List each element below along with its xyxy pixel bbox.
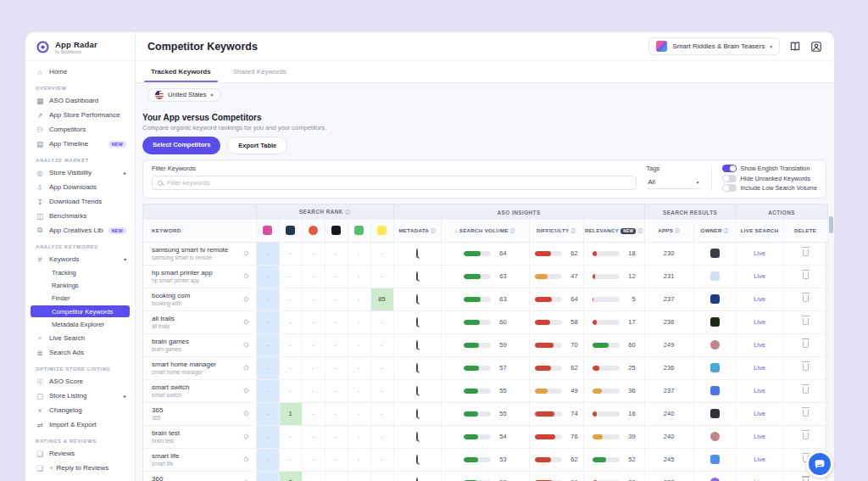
live-search-link[interactable]: Live <box>736 310 783 333</box>
info-icon[interactable]: ⓘ <box>431 228 436 233</box>
sidebar-item-live-search[interactable]: ⌕Live Search <box>25 331 135 345</box>
sidebar-item-home[interactable]: ⌂Home <box>25 64 135 79</box>
live-search-link[interactable]: Live <box>736 242 783 265</box>
live-search-link[interactable]: Live <box>736 471 783 481</box>
metadata-search-icon[interactable] <box>416 363 418 372</box>
sidebar-item-tracking[interactable]: Tracking <box>25 266 135 279</box>
sidebar-item-keywords[interactable]: #Keywords▾ <box>25 252 135 266</box>
toggle-hide-unranked-keywords[interactable]: Hide Unranked Keywords <box>722 175 817 182</box>
sidebar-item-competitor-keywords[interactable]: Competitor Keywords <box>31 305 130 317</box>
live-search-link[interactable]: Live <box>736 425 783 448</box>
sidebar-item-app-downloads[interactable]: ⇩App Downloads <box>25 180 135 194</box>
live-search-link[interactable]: Live <box>736 402 783 425</box>
country-selector[interactable]: United States ▾ <box>147 88 220 102</box>
trash-icon[interactable] <box>803 249 809 256</box>
metadata-search-icon[interactable] <box>416 340 418 350</box>
info-icon[interactable]: ⓘ <box>637 228 643 233</box>
reviews-icon: ❏ <box>36 450 44 458</box>
sidebar-item-rankings[interactable]: Rankings <box>25 279 135 292</box>
select-competitors-button[interactable]: Select Competitors <box>142 137 220 154</box>
sidebar-item-app-timeline[interactable]: ▤App TimelineNEW <box>25 137 135 151</box>
app-selector[interactable]: Smart Riddles & Brain Teasers ▾ <box>648 37 780 55</box>
column-competitor-4[interactable] <box>325 220 348 242</box>
sidebar-item-finder[interactable]: Finder <box>25 292 135 305</box>
app-radar-logo[interactable]: App Radar by SplitMetrics <box>25 32 135 61</box>
live-search-link[interactable]: Live <box>736 288 783 310</box>
tab-shared-keywords[interactable]: Shared Keywords <box>231 68 288 82</box>
sidebar-item-reviews[interactable]: ❏Reviews <box>25 446 135 461</box>
metadata-search-icon[interactable] <box>416 478 418 481</box>
sidebar-item-search-ads[interactable]: ≣Search Ads <box>25 345 135 360</box>
column-own-app[interactable] <box>256 220 279 242</box>
live-search-link[interactable]: Live <box>736 333 783 356</box>
keyword-row: samsung smart tv remotesamsung smart tv … <box>143 242 827 265</box>
tab-tracked-keywords[interactable]: Tracked Keywords <box>149 68 213 82</box>
sidebar-item-benchmarks[interactable]: ◫Benchmarks <box>25 209 135 223</box>
live-search-link[interactable]: Live <box>736 265 783 288</box>
metadata-cell <box>393 379 441 402</box>
metadata-search-icon[interactable] <box>416 455 418 464</box>
trash-icon[interactable] <box>803 364 809 371</box>
column-keyword[interactable]: KEYWORD <box>143 220 256 242</box>
metadata-search-icon[interactable] <box>416 386 418 395</box>
metadata-search-icon[interactable] <box>416 317 418 327</box>
export-table-button[interactable]: Export Table <box>227 137 287 154</box>
toggle-show-english-translation[interactable]: Show English Translation <box>722 165 817 172</box>
chat-widget-button[interactable] <box>806 450 833 478</box>
column-competitor-3[interactable] <box>302 220 325 242</box>
info-icon[interactable]: ⓘ <box>345 210 350 215</box>
docs-button[interactable] <box>788 40 801 53</box>
metadata-search-icon[interactable] <box>416 409 418 418</box>
sidebar-item-app-creatives-library[interactable]: ⧉App Creatives LibraryNEW <box>25 223 135 238</box>
sidebar-item-aso-score[interactable]: ☉ASO Score <box>25 374 135 389</box>
trash-icon[interactable] <box>803 387 809 394</box>
column-competitor-2[interactable] <box>279 220 302 242</box>
info-icon[interactable]: ⓘ <box>570 228 576 233</box>
competitors-icon: ⚇ <box>36 126 44 134</box>
sidebar-item-store-listing[interactable]: ▢Store Listing▸ <box>25 389 135 403</box>
toggle-switch[interactable] <box>722 184 737 192</box>
filter-keywords-input[interactable]: Filter keywords <box>152 176 637 190</box>
scrollbar-thumb[interactable] <box>829 216 833 233</box>
info-icon[interactable]: ⓘ <box>675 228 680 233</box>
metadata-search-icon[interactable] <box>416 249 418 258</box>
toggle-include-low-search-volume[interactable]: Include Low Search Volume <box>722 184 817 192</box>
toggle-switch[interactable] <box>722 175 737 182</box>
trash-icon[interactable] <box>803 433 809 439</box>
live-search-link[interactable]: Live <box>736 379 783 402</box>
trash-icon[interactable] <box>803 318 809 325</box>
column-competitor-6[interactable] <box>370 220 393 242</box>
metadata-search-icon[interactable] <box>416 271 418 281</box>
sidebar-item-store-visibility[interactable]: ◎Store Visibility▸ <box>25 165 135 180</box>
trash-icon[interactable] <box>803 295 809 302</box>
column-apps[interactable]: APPS ⓘ <box>644 220 693 242</box>
sidebar-item-competitors[interactable]: ⚇Competitors <box>25 122 135 137</box>
live-search-link[interactable]: Live <box>736 356 783 379</box>
column-search-volume[interactable]: ↓ SEARCH VOLUME ⓘ <box>441 220 529 242</box>
column-difficulty[interactable]: DIFFICULTY ⓘ <box>529 220 583 242</box>
info-icon[interactable]: ⓘ <box>724 228 729 233</box>
sidebar-item-reply-to-reviews[interactable]: ❏✦Reply to Reviews <box>25 461 135 475</box>
tags-select[interactable]: All ▾ <box>647 176 701 189</box>
toggle-switch[interactable] <box>722 165 737 172</box>
account-button[interactable] <box>810 40 822 53</box>
sidebar-item-download-trends[interactable]: ↧Download Trends <box>25 194 135 209</box>
sidebar-item-import-export[interactable]: ⇄Import & Export <box>25 417 135 432</box>
keyword-translation: brain games <box>152 346 256 352</box>
info-icon[interactable]: ⓘ <box>510 228 515 233</box>
column-owner[interactable]: OWNER ⓘ <box>693 220 736 242</box>
sidebar-item-app-store-performance[interactable]: ↗App Store Performance <box>25 108 135 122</box>
trash-icon[interactable] <box>803 341 809 348</box>
trash-icon[interactable] <box>803 272 809 279</box>
metadata-search-icon[interactable] <box>416 432 418 441</box>
trash-icon[interactable] <box>803 410 809 417</box>
sidebar-item-changelog[interactable]: ×Changelog <box>25 403 135 417</box>
column-metadata[interactable]: METADATA ⓘ <box>393 220 441 242</box>
metric-bar <box>464 366 491 371</box>
live-search-link[interactable]: Live <box>736 448 783 471</box>
column-relevancy[interactable]: RELEVANCYNEW ⓘ <box>583 220 644 242</box>
sidebar-item-metadata-explorer[interactable]: Metadata Explorer <box>25 318 135 331</box>
column-competitor-5[interactable] <box>348 220 370 242</box>
metadata-search-icon[interactable] <box>416 294 418 304</box>
sidebar-item-aso-dashboard[interactable]: ▦ASO Dashboard <box>25 93 135 108</box>
